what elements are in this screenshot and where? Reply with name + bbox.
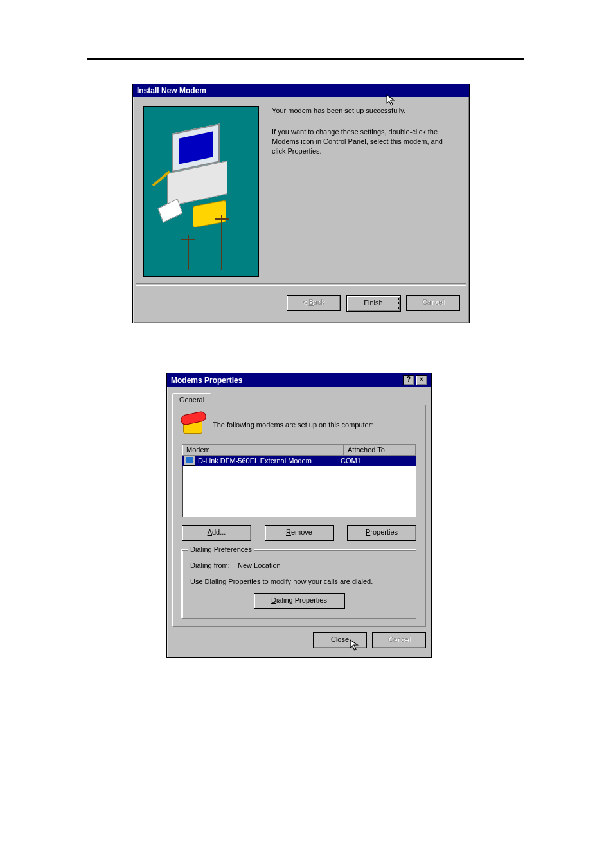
list-action-buttons: Add... Remove Properties xyxy=(182,525,416,541)
properties-button[interactable]: Properties xyxy=(347,525,416,541)
titlebar-title: Install New Modem xyxy=(137,86,206,95)
dialing-properties-button[interactable]: Dialing Properties xyxy=(254,593,345,609)
dialing-from-label: Dialing from: xyxy=(190,562,230,569)
tab-strip: General xyxy=(167,387,431,405)
close-label: Close xyxy=(331,635,349,643)
cancel-label-2: Cancel xyxy=(388,635,410,643)
group-title: Dialing Preferences xyxy=(188,545,254,553)
dialing-hint: Use Dialing Properties to modify how you… xyxy=(190,577,408,587)
dialing-from-value: New Location xyxy=(238,562,281,569)
tab-panel-general: The following modems are set up on this … xyxy=(172,405,426,627)
titlebar-modems[interactable]: Modems Properties ? × xyxy=(167,373,431,387)
modems-setup-text: The following modems are set up on this … xyxy=(213,421,373,429)
help-button[interactable]: ? xyxy=(403,375,414,385)
tab-general[interactable]: General xyxy=(172,393,211,405)
dialog-button-row: Close Cancel xyxy=(167,632,431,657)
back-button: < Back xyxy=(287,295,341,311)
wizard-illustration xyxy=(143,106,259,277)
tab-general-label: General xyxy=(179,396,204,403)
modems-properties-window: Modems Properties ? × General The xyxy=(166,373,432,658)
add-button[interactable]: Add... xyxy=(182,525,251,541)
titlebar-title-2: Modems Properties xyxy=(171,376,242,385)
modems-listview[interactable]: Modem Attached To D-Link DFM-560EL Exter… xyxy=(182,444,416,517)
modem-icon xyxy=(184,456,195,466)
column-modem[interactable]: Modem xyxy=(182,445,344,455)
modem-port: COM1 xyxy=(337,457,416,465)
cancel-label: Cancel xyxy=(422,298,444,306)
help-icon: ? xyxy=(407,376,411,383)
list-item[interactable]: D-Link DFM-560EL External Modem COM1 xyxy=(182,456,416,466)
remove-button[interactable]: Remove xyxy=(265,525,334,541)
dialing-preferences-group: Dialing Preferences Dialing from: New Lo… xyxy=(182,550,416,619)
success-message: Your modem has been set up successfully. xyxy=(272,106,452,116)
finish-button[interactable]: Finish xyxy=(346,295,401,312)
phone-icon xyxy=(182,414,204,435)
page-divider xyxy=(87,58,524,60)
finish-label: Finish xyxy=(364,299,382,306)
cursor-icon xyxy=(350,639,361,651)
wizard-text: Your modem has been set up successfully.… xyxy=(259,106,459,279)
svg-marker-1 xyxy=(350,640,357,650)
cancel-dialog-button: Cancel xyxy=(372,632,426,648)
close-dialog-button[interactable]: Close xyxy=(313,632,367,648)
titlebar-install[interactable]: Install New Modem xyxy=(133,84,469,97)
install-new-modem-window: Install New Modem Your modem has been se… xyxy=(132,84,470,323)
listview-header[interactable]: Modem Attached To xyxy=(182,445,416,456)
column-attached-to[interactable]: Attached To xyxy=(344,445,416,455)
close-button[interactable]: × xyxy=(416,375,427,385)
close-icon: × xyxy=(420,376,423,383)
instruction-message: If you want to change these settings, do… xyxy=(272,127,452,156)
modem-name: D-Link DFM-560EL External Modem xyxy=(198,457,312,465)
wizard-button-row: < Back Finish Cancel xyxy=(133,286,469,323)
cancel-button: Cancel xyxy=(406,295,460,311)
